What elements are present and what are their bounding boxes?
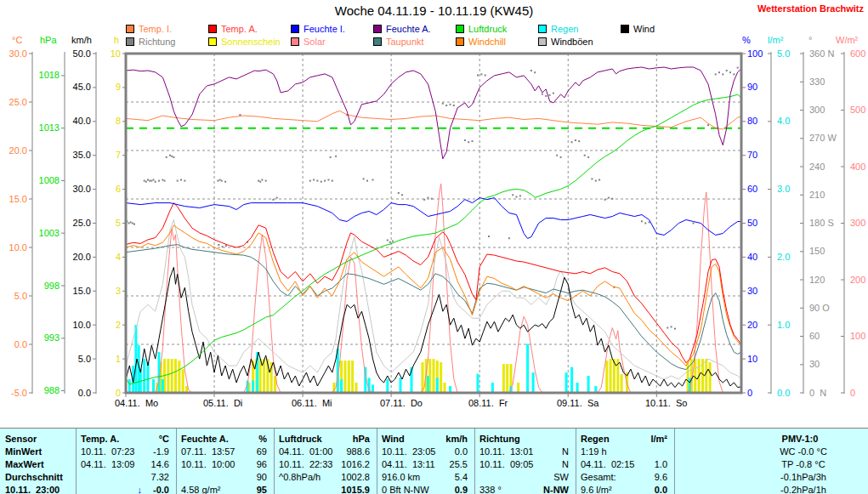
- richtung-dot: [180, 179, 182, 181]
- regen-bar: [143, 359, 145, 393]
- richtung-dot: [153, 179, 155, 181]
- richtung-dot: [737, 67, 739, 69]
- richtung-dot: [313, 179, 315, 181]
- rain-axis-tick-label: 2.0: [777, 253, 790, 262]
- temp-a-column-value: 14.6: [67, 458, 169, 470]
- temp-axis-tick-label: 25.0: [0, 98, 27, 107]
- sonnenschein-bar: [259, 359, 262, 393]
- richtung-dot: [155, 181, 156, 183]
- sonnenschein-bar: [344, 361, 347, 393]
- luftdruck-column-value: 1002.8: [268, 471, 370, 483]
- luftdruck-column-value: 988.6: [268, 446, 370, 457]
- richtung-dot: [595, 180, 597, 182]
- solar-axis-tick-label: 100: [850, 332, 865, 341]
- richtung-dot: [128, 223, 130, 224]
- pressure-axis-tick-label: 1018: [19, 71, 60, 80]
- richtung-dot: [225, 245, 227, 247]
- weather-chart: [0, 0, 868, 494]
- humidity-axis-tick-label: 100: [747, 49, 763, 59]
- sonnenschein-bar: [502, 364, 505, 393]
- table-column-separator: [674, 429, 675, 494]
- feuchte-aussen-line: [126, 67, 741, 159]
- richtung-dot: [472, 140, 474, 142]
- richtung-dot: [488, 236, 490, 237]
- pressure-axis-tick-label: 1003: [19, 229, 60, 238]
- regen-bar: [491, 383, 494, 393]
- richtung-dot: [545, 95, 547, 97]
- richtung-dot: [667, 327, 668, 329]
- wind-column-unit: km/h: [366, 433, 468, 445]
- sonnenschein-bar: [182, 369, 184, 393]
- sunshine-axis-tick-label: 9: [80, 82, 121, 92]
- richtung-dot: [164, 180, 166, 182]
- richtung-dot: [423, 199, 425, 201]
- sunshine-axis-tick-label: 10: [80, 49, 121, 59]
- richtung-dot: [366, 180, 368, 182]
- day-label: 04.11. Mo: [115, 398, 158, 409]
- humidity-axis-tick-label: 30: [747, 287, 757, 296]
- richtung-dot: [431, 198, 433, 200]
- wind-column-value: 25.5: [366, 458, 468, 470]
- richtung-dot: [571, 141, 573, 143]
- richtung-dot: [335, 156, 337, 157]
- day-label: 09.11. Sa: [557, 398, 599, 409]
- richtung-dot: [221, 180, 223, 182]
- regen-column-unit: l/m²: [565, 433, 667, 445]
- temp-axis-tick-label: 30.0: [0, 49, 27, 59]
- richtung-dot: [693, 223, 695, 224]
- richtung-dot: [261, 179, 263, 181]
- regen-bar: [570, 367, 573, 393]
- sunshine-axis-tick-label: 6: [80, 185, 121, 194]
- direction-axis-tick-label: 150: [809, 247, 825, 256]
- day-label: 06.11. Mi: [292, 398, 332, 409]
- direction-axis-tick-label: 330: [809, 77, 825, 87]
- richtung-dot: [578, 140, 580, 142]
- richtung-dot: [530, 70, 532, 71]
- wind-column-value: 0.9: [366, 484, 468, 494]
- richtung-dot: [453, 105, 455, 106]
- humidity-axis-tick-label: 80: [747, 116, 757, 126]
- regen-bar: [128, 379, 131, 393]
- humidity-axis-tick-label: 10: [747, 355, 757, 364]
- richtung-dot: [599, 179, 600, 181]
- richtung-column-header: Richtung: [479, 433, 520, 445]
- regen-bar: [252, 381, 254, 393]
- richtung-dot: [604, 199, 606, 201]
- solar-axis-tick-label: 600: [850, 49, 865, 59]
- regen-bar: [386, 379, 389, 393]
- richtung-dot: [184, 180, 185, 182]
- sonnenschein-bar: [517, 383, 519, 393]
- luftdruck-line: [126, 94, 741, 384]
- direction-axis-tick-label: 270 W: [809, 133, 837, 143]
- richtung-dot: [591, 178, 593, 179]
- day-label: 05.11. Di: [203, 398, 242, 409]
- sonnenschein-bar: [171, 359, 173, 393]
- richtung-dot: [733, 73, 735, 75]
- rain-axis-tick-label: 1.0: [777, 321, 790, 330]
- richtung-dot: [477, 75, 479, 77]
- richtung-dot: [549, 94, 551, 96]
- richtung-dot: [239, 114, 241, 116]
- richtung-dot: [611, 198, 613, 200]
- richtung-dot: [389, 241, 391, 243]
- richtung-dot: [464, 139, 466, 141]
- regen-bar: [162, 379, 164, 393]
- sunshine-axis-tick-label: 1: [80, 355, 121, 364]
- temp-a-column-value: 7.32: [67, 471, 169, 483]
- table-row-label: MaxWert: [5, 458, 44, 470]
- regen-column-value: 0.0: [565, 484, 667, 494]
- richtung-dot: [330, 156, 332, 158]
- richtung-dot: [587, 156, 589, 158]
- richtung-dot: [715, 73, 717, 75]
- regen-bar: [436, 378, 439, 393]
- feuchte-a-column-value: 69: [165, 446, 267, 457]
- pmv-value: -0.1hPa/3h: [735, 471, 868, 483]
- sonnenschein-bar: [621, 374, 623, 393]
- feuchte-a-column-unit: %: [165, 433, 267, 445]
- richtung-dot: [480, 73, 482, 75]
- richtung-dot: [450, 104, 451, 105]
- richtung-dot: [584, 155, 586, 156]
- luftdruck-column-value: 1016.2: [268, 458, 370, 470]
- solar-axis-tick-label: 400: [850, 162, 865, 172]
- richtung-dot: [363, 178, 365, 179]
